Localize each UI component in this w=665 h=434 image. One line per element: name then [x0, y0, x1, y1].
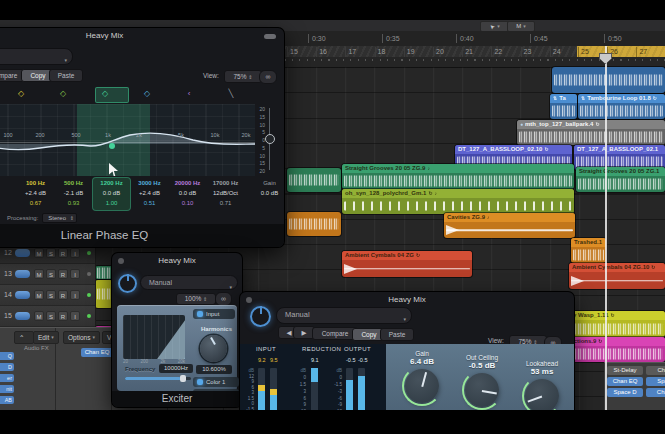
eq-band-icon[interactable]: ◇	[18, 89, 24, 99]
limiter-preset-dropdown[interactable]: Manual▾	[276, 307, 412, 324]
eq-band-parameter-column[interactable]: 500 Hz-2.1 dB0.93	[55, 178, 92, 210]
exciter-frequency-graph[interactable]	[123, 315, 185, 359]
track-region[interactable]: Ambient Cymbals 04 ZG↻	[342, 251, 472, 277]
exciter-zoom-select[interactable]: 100% ⇕	[176, 293, 216, 305]
track-region[interactable]: oh_syn_128_polychrd_Gm.1↻♪	[342, 189, 574, 214]
clipped-plugin-button[interactable]: AB	[0, 396, 14, 404]
track-region[interactable]: ●mth_top_127_ballpark.4↻	[517, 120, 665, 145]
plugin-slot-button[interactable]: Spac	[646, 377, 665, 386]
eq-band-parameter-column[interactable]: 100 Hz+2.4 dB0.67	[17, 178, 54, 210]
plugin-slot-button[interactable]: St-Delay	[607, 366, 643, 375]
exciter-frequency-value[interactable]: 10000Hz	[159, 364, 193, 373]
input-monitor-button[interactable]: I	[70, 311, 80, 321]
eq-band-parameter-column[interactable]: 3000 Hz+2.4 dB0.51	[131, 178, 168, 210]
eq-band-icon[interactable]: ◇	[60, 89, 66, 99]
track-region[interactable]: Cavities ZG.9♪	[444, 213, 575, 238]
clipped-plugin-button[interactable]: nit	[0, 385, 14, 393]
eq-band-icon[interactable]: ╲	[229, 89, 234, 99]
exciter-color1-toggle[interactable]: Color 1	[193, 377, 239, 387]
exciter-harmonics-value[interactable]: 10.600%	[196, 365, 232, 374]
clipped-plugin-button[interactable]: Q	[0, 352, 14, 360]
track-region[interactable]	[287, 212, 341, 236]
mixer-edit-menu[interactable]: Edit▾	[33, 331, 59, 344]
track-header[interactable]: 15MSRI	[0, 306, 95, 327]
power-button[interactable]	[250, 306, 271, 327]
eq-band-icon[interactable]: ◇	[102, 89, 108, 99]
record-button[interactable]: R	[58, 290, 68, 300]
eq-processing-select[interactable]: Stereo⇕	[42, 213, 77, 223]
eq-db-axis: 201510505101520	[255, 104, 265, 176]
solo-button[interactable]: S	[46, 248, 56, 258]
eq-paste-button[interactable]: Paste	[49, 69, 83, 82]
mixer-options-menu[interactable]: Options▾	[63, 331, 100, 344]
track-region[interactable]: Straight Grooves 20 05 ZG.9♪	[342, 164, 574, 189]
eq-band-handle[interactable]	[109, 143, 115, 149]
track-icon[interactable]	[15, 270, 30, 278]
track-region[interactable]	[287, 168, 341, 192]
track-region[interactable]	[95, 280, 113, 308]
track-region[interactable]: Trashed.1	[571, 238, 606, 263]
mute-button[interactable]: M	[34, 311, 44, 321]
track-icon[interactable]	[15, 312, 30, 320]
input-monitor-button[interactable]: I	[70, 248, 80, 258]
track-header[interactable]: 13MSRI	[0, 264, 95, 285]
plugin-slot-button[interactable]: Chor	[646, 366, 665, 375]
record-button[interactable]: R	[58, 311, 68, 321]
gain-knob[interactable]	[405, 369, 439, 403]
plugin-slot-button[interactable]: Chan	[646, 388, 665, 397]
exciter-frequency-slider[interactable]	[125, 377, 191, 380]
clipped-plugin-button[interactable]: er	[0, 374, 14, 382]
playhead[interactable]	[605, 46, 607, 410]
input-monitor-button[interactable]: I	[70, 269, 80, 279]
mute-button[interactable]: M	[34, 290, 44, 300]
clipped-plugin-button[interactable]: D	[0, 363, 14, 371]
exciter-link-button[interactable]: ∞	[215, 292, 232, 306]
plugin-slot-button[interactable]: Space D	[607, 388, 643, 397]
exciter-harmonics-knob[interactable]	[200, 335, 227, 362]
eq-gain-slider-knob[interactable]	[265, 134, 275, 144]
eq-band-icon[interactable]: ◇	[144, 89, 150, 99]
eq-band-parameter-column[interactable]: 17000 Hz12dB/Oct0.71	[207, 178, 244, 210]
mixer-nav-icon[interactable]: ⌃	[14, 331, 34, 344]
track-icon[interactable]	[15, 291, 30, 299]
chan-eq-slot-button[interactable]: Chan EQ	[81, 348, 113, 357]
solo-button[interactable]: S	[46, 290, 56, 300]
eq-master-gain[interactable]: Gain0.0 dB	[255, 178, 284, 198]
solo-button[interactable]: S	[46, 269, 56, 279]
eq-link-button[interactable]: ∞	[259, 70, 277, 84]
mute-button[interactable]: M	[34, 248, 44, 258]
record-button[interactable]: R	[58, 269, 68, 279]
track-icon[interactable]	[15, 249, 30, 257]
eq-band-parameter-column[interactable]: 1200 Hz0.0 dB1.00	[93, 178, 130, 210]
bar-number: 24	[550, 47, 561, 57]
limiter-paste-button[interactable]: Paste	[380, 328, 414, 341]
track-header[interactable]: 14MSRI	[0, 285, 95, 306]
track-region[interactable]: ⇅Ta	[550, 94, 577, 119]
track-region[interactable]	[552, 67, 665, 93]
exciter-input-toggle[interactable]: Input	[193, 309, 235, 319]
eq-bypass-pill[interactable]	[264, 34, 276, 39]
cycle-region[interactable]: 252627	[577, 46, 665, 57]
loop-icon: ↻	[653, 94, 657, 103]
mute-button[interactable]: M	[34, 269, 44, 279]
exciter-preset-dropdown[interactable]: Manual▾	[140, 275, 238, 290]
track-region[interactable]	[95, 266, 113, 279]
eq-graph[interactable]: 1002005001k2k5k10k20k	[0, 104, 255, 176]
eq-view-zoom-select[interactable]: 75% ⇕	[224, 70, 262, 83]
eq-preset-dropdown[interactable]: ▾	[0, 48, 73, 65]
eq-band-parameter-column[interactable]: 20000 Hz0.0 dB0.10	[169, 178, 206, 210]
eq-band-icon[interactable]: ‹	[188, 89, 191, 99]
track-region[interactable]: ⇅Tambourine Loop 01.8↻	[578, 94, 665, 119]
plugin-slot-button[interactable]: Chan EQ	[607, 377, 643, 386]
loop-icon: ↻	[428, 189, 432, 198]
out-ceiling-knob[interactable]	[465, 373, 499, 407]
input-monitor-button[interactable]: I	[70, 290, 80, 300]
record-button[interactable]: R	[58, 248, 68, 258]
track-region[interactable]: Straight Grooves 20 05 ZG.1	[576, 167, 665, 192]
solo-button[interactable]: S	[46, 311, 56, 321]
power-button[interactable]	[118, 274, 137, 293]
track-region[interactable]: Ambient Cymbals 04 ZG.10↻	[569, 263, 665, 289]
eq-processing-row: Processing: Stereo⇕	[7, 213, 77, 223]
lookahead-knob[interactable]	[525, 379, 559, 413]
time-label: 0:35	[382, 34, 400, 43]
